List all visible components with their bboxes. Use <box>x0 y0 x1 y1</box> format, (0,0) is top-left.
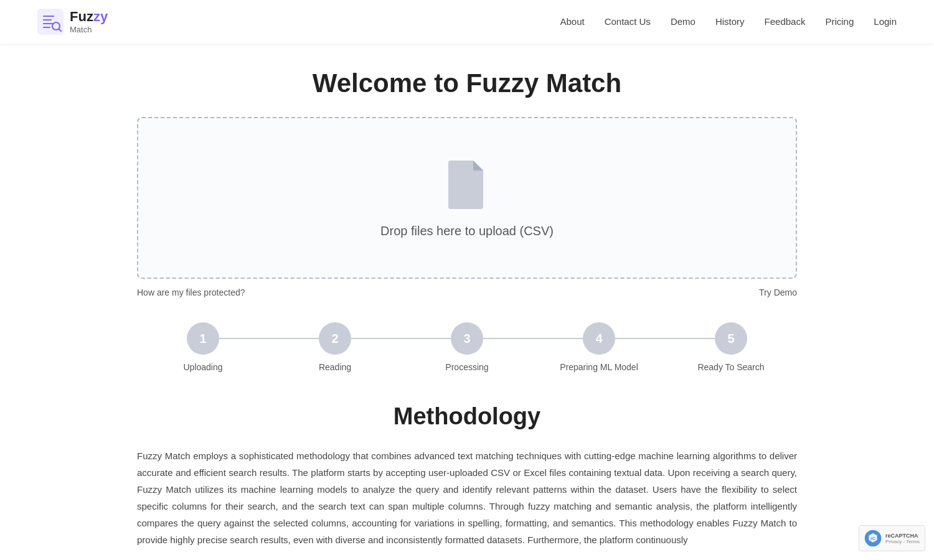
step-circle-5: 5 <box>715 322 747 355</box>
recaptcha-badge: rC reCAPTCHA Privacy - Terms <box>859 525 925 551</box>
step-3: 3 Processing <box>401 322 533 372</box>
nav-links: About Contact Us Demo History Feedback P… <box>560 16 897 27</box>
step-2: 2 Reading <box>269 322 401 372</box>
nav-feedback[interactable]: Feedback <box>765 16 806 27</box>
nav-login[interactable]: Login <box>874 16 897 27</box>
main-content: Welcome to Fuzzy Match Drop files here t… <box>125 44 809 560</box>
dropzone[interactable]: Drop files here to upload (CSV) <box>137 117 797 279</box>
svg-text:rC: rC <box>870 536 876 541</box>
logo[interactable]: Fuzzy Match <box>37 9 108 35</box>
nav-history[interactable]: History <box>715 16 745 27</box>
step-5: 5 Ready To Search <box>665 322 797 372</box>
file-icon <box>445 158 489 212</box>
step-circle-1: 1 <box>187 322 219 355</box>
nav-about[interactable]: About <box>560 16 584 27</box>
brand-tagline: Match <box>70 25 108 34</box>
step-1: 1 Uploading <box>137 322 269 372</box>
navbar: Fuzzy Match About Contact Us Demo Histor… <box>0 0 934 44</box>
recaptcha-logo: rC <box>864 530 882 547</box>
step-label-2: Reading <box>319 362 351 372</box>
links-row: How are my files protected? Try Demo <box>137 287 797 297</box>
nav-demo[interactable]: Demo <box>671 16 696 27</box>
step-label-3: Processing <box>445 362 488 372</box>
step-circle-2: 2 <box>319 322 351 355</box>
steps-container: 1 Uploading 2 Reading 3 Processing 4 Pre… <box>137 322 797 372</box>
methodology-title: Methodology <box>137 403 797 430</box>
step-label-1: Uploading <box>183 362 222 372</box>
step-4: 4 Preparing ML Model <box>533 322 665 372</box>
svg-rect-0 <box>37 9 64 35</box>
dropzone-text: Drop files here to upload (CSV) <box>380 224 554 238</box>
methodology-text: Fuzzy Match employs a sophisticated meth… <box>137 447 797 548</box>
step-label-4: Preparing ML Model <box>560 362 638 372</box>
page-title: Welcome to Fuzzy Match <box>137 68 797 98</box>
try-demo-link[interactable]: Try Demo <box>759 287 797 297</box>
nav-pricing[interactable]: Pricing <box>825 16 854 27</box>
nav-contact[interactable]: Contact Us <box>605 16 651 27</box>
logo-icon <box>37 9 64 35</box>
step-circle-3: 3 <box>451 322 483 355</box>
step-label-5: Ready To Search <box>697 362 764 372</box>
brand-name: Fuzzy <box>70 9 108 24</box>
step-circle-4: 4 <box>583 322 615 355</box>
file-protection-link[interactable]: How are my files protected? <box>137 287 245 297</box>
